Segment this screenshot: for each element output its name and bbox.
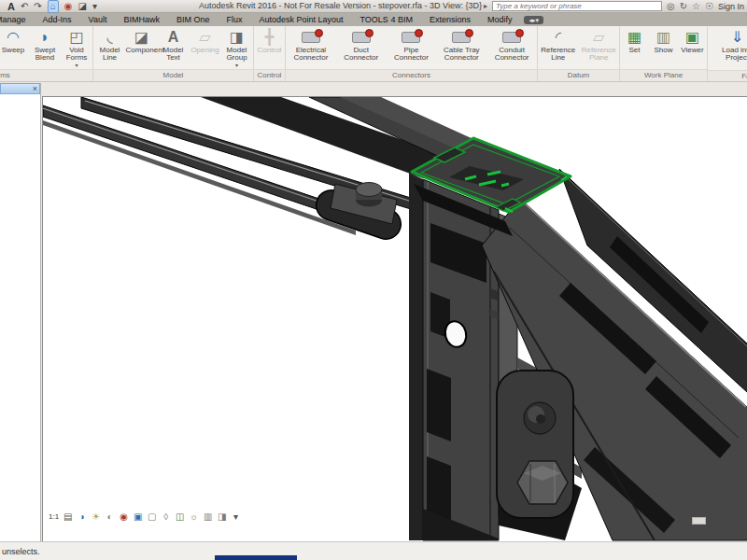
tab-tools-4-bim[interactable]: TOOLS 4 BIM (352, 13, 421, 26)
button-label: Electrical Connector (286, 47, 336, 63)
reference-plane-button: ▱ Reference Plane (579, 27, 620, 69)
model-bracket-plate[interactable] (497, 371, 582, 540)
lock-view-icon[interactable]: ◊ (161, 511, 171, 523)
duct-connector-icon (352, 32, 371, 43)
show-crop-region-icon[interactable]: ▢ (147, 511, 157, 523)
panel-label-family-editor: Family Editor (708, 70, 747, 82)
button-label: Component (126, 47, 158, 54)
reveal-hidden-icon[interactable]: ☼ (189, 511, 199, 523)
swept-blend-button[interactable]: ◗ Swept Blend (29, 27, 61, 69)
infocenter-toggle-icon[interactable]: ▸ (484, 2, 487, 10)
ribbon-cycle-control[interactable]: ◂▸▾ (524, 16, 543, 24)
qat-customize-icon[interactable]: ▾ (92, 1, 97, 12)
pipe-connector-icon (402, 32, 420, 43)
search-binoculars-icon[interactable]: ◎ (667, 1, 675, 11)
work-plane-viewer-button[interactable]: ▣ Viewer (678, 27, 707, 69)
reference-line-button[interactable]: ◜ Reference Line (538, 27, 579, 69)
view-properties-icon[interactable]: ▥ (203, 511, 213, 523)
panel-label-connectors: Connectors (286, 69, 537, 81)
button-label: Model Group (221, 47, 253, 63)
redo-icon[interactable]: ↷ (34, 1, 41, 12)
rendering-dialog-icon[interactable]: ◉ (119, 511, 129, 523)
sweep-icon: ◠ (7, 27, 20, 47)
scrollbar-chip[interactable] (692, 517, 706, 525)
model-group-button[interactable]: ◨ Model Group ▾ (221, 27, 253, 69)
tab-add-ins[interactable]: Add-Ins (35, 13, 80, 26)
section-icon[interactable]: ◪ (78, 1, 87, 12)
load-into-project-button[interactable]: ⇓ Load into Project (717, 27, 747, 70)
work-plane-viewer-icon: ▣ (685, 27, 699, 47)
swept-blend-icon: ◗ (40, 27, 49, 47)
button-label: Viewer (681, 47, 703, 54)
tab-autodesk-point-layout[interactable]: Autodesk Point Layout (250, 13, 351, 26)
panel-label-forms: Forms (0, 69, 92, 81)
button-label: Model Line (94, 47, 126, 63)
show-work-plane-button[interactable]: ▥ Show (649, 27, 678, 69)
conduit-connector-icon (502, 32, 521, 43)
void-forms-button[interactable]: ◰ Void Forms ▾ (61, 27, 92, 69)
view-control-bar: 1:1 ▤ ◑ ☀ ◐ ◉ ▣ ▢ ◊ ◫ ☼ ▥ ◨ ▾ (44, 510, 246, 523)
scale-button[interactable]: 1:1 (49, 512, 59, 521)
reference-plane-icon: ▱ (593, 27, 604, 47)
sun-path-icon[interactable]: ☀ (91, 511, 101, 523)
shadows-icon[interactable]: ◐ (105, 511, 115, 523)
render-icon[interactable]: ◉ (64, 1, 73, 12)
vcb-caret-icon[interactable]: ▾ (231, 511, 241, 523)
default-3d-view-icon[interactable]: ⌂ (48, 0, 59, 13)
panel-label-datum: Datum (538, 69, 619, 81)
set-work-plane-button[interactable]: ▦ Set (620, 27, 649, 69)
detail-level-icon[interactable]: ▤ (63, 511, 73, 523)
model-line-button[interactable]: ◟ Model Line (94, 27, 126, 69)
model-group-icon: ◨ (230, 27, 244, 47)
search-input[interactable] (492, 1, 662, 11)
button-label: Conduit Connector (486, 47, 537, 63)
undo-icon[interactable]: ↶ (21, 1, 28, 12)
show-work-plane-icon: ▥ (656, 27, 670, 47)
window-title: Autodesk Revit 2016 - Not For Resale Ver… (199, 1, 482, 10)
user-icon[interactable]: ☉ (705, 1, 713, 11)
infocenter: ▸ ◎ ↻ ☆ ☉ Sign In (484, 1, 744, 11)
ribbon-panel-connectors: Electrical Connector Duct Connector Pipe… (286, 26, 538, 81)
visual-style-icon[interactable]: ◑ (77, 511, 87, 523)
model-line-icon: ◟ (106, 27, 112, 47)
displace-elements-icon[interactable]: ◨ (217, 511, 227, 523)
tab-extensions[interactable]: Extensions (421, 13, 479, 26)
opening-icon: ▱ (199, 27, 210, 47)
electrical-connector-button[interactable]: Electrical Connector (286, 27, 336, 69)
3d-viewport[interactable] (42, 96, 747, 541)
ribbon-panel-forms: ◠ Sweep ◗ Swept Blend ◰ Void Forms ▾ For… (0, 26, 93, 81)
electrical-connector-icon (302, 32, 320, 43)
panel-label-control: Control (254, 69, 285, 81)
duct-connector-button[interactable]: Duct Connector (336, 27, 387, 69)
favorites-star-icon[interactable]: ☆ (692, 1, 700, 11)
conduit-connector-button[interactable]: Conduit Connector (486, 27, 537, 69)
button-label: Control (258, 47, 282, 54)
hide-isolate-icon[interactable]: ◫ (175, 511, 185, 523)
sign-in-button[interactable]: Sign In (718, 2, 744, 11)
close-icon[interactable]: × (33, 85, 37, 93)
button-label: Reference Line (538, 47, 579, 63)
crop-view-icon[interactable]: ▣ (133, 511, 143, 523)
tab-bimhawk[interactable]: BIMHawk (115, 13, 168, 26)
panel-label-work-plane: Work Plane (620, 69, 707, 81)
tab-manage[interactable]: Manage (0, 13, 35, 26)
exchange-apps-icon[interactable]: ↻ (680, 1, 687, 11)
workspace: × (0, 82, 747, 541)
cable-tray-connector-button[interactable]: Cable Tray Connector (436, 27, 486, 69)
component-button[interactable]: ◪ Component (126, 27, 158, 69)
ribbon-panel-datum: ◜ Reference Line ▱ Reference Plane Datum (538, 26, 620, 81)
docked-panel-header[interactable]: × (0, 83, 40, 94)
tab-flux[interactable]: Flux (218, 13, 250, 26)
3d-model[interactable] (43, 97, 747, 542)
tab-modify[interactable]: Modify (479, 13, 521, 26)
chevron-down-icon: ▾ (75, 63, 78, 68)
reference-line-icon: ◜ (556, 27, 561, 47)
model-text-button[interactable]: A Model Text (158, 27, 190, 69)
tab-vault[interactable]: Vault (80, 13, 116, 26)
tab-bim-one[interactable]: BIM One (168, 13, 218, 26)
app-logo-icon[interactable]: A (7, 1, 15, 12)
load-into-project-icon: ⇓ (731, 27, 743, 47)
button-label: Reference Plane (579, 47, 620, 63)
pipe-connector-button[interactable]: Pipe Connector (387, 27, 437, 69)
sweep-button[interactable]: ◠ Sweep (0, 27, 29, 69)
